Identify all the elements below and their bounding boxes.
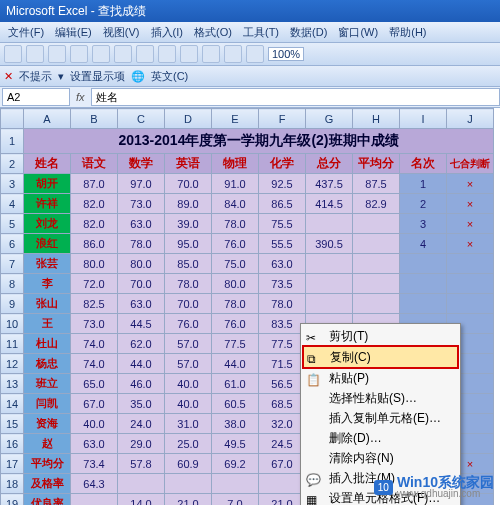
sort-desc-icon[interactable] xyxy=(224,45,242,63)
cell-name[interactable]: 胡开 xyxy=(24,174,71,194)
menu-file[interactable]: 文件(F) xyxy=(8,26,44,38)
cell[interactable]: 97.0 xyxy=(118,174,165,194)
col-F[interactable]: F xyxy=(259,109,306,129)
cell[interactable]: 72.0 xyxy=(71,274,118,294)
cell[interactable]: 70.0 xyxy=(165,294,212,314)
col-G[interactable]: G xyxy=(306,109,353,129)
menu-tools[interactable]: 工具(T) xyxy=(243,26,279,38)
cell-judge[interactable]: × xyxy=(447,234,494,254)
cell[interactable]: 21.0 xyxy=(165,494,212,506)
cell[interactable]: 69.2 xyxy=(212,454,259,474)
cell[interactable]: 44.0 xyxy=(118,354,165,374)
cell[interactable] xyxy=(71,494,118,506)
cell[interactable]: 87.0 xyxy=(71,174,118,194)
row-5[interactable]: 5 xyxy=(1,214,24,234)
row-8[interactable]: 8 xyxy=(1,274,24,294)
cell[interactable]: 57.8 xyxy=(118,454,165,474)
cell[interactable]: 73.0 xyxy=(71,314,118,334)
cell[interactable]: 63.0 xyxy=(259,254,306,274)
cell[interactable]: 67.0 xyxy=(71,394,118,414)
cell[interactable]: 44.5 xyxy=(118,314,165,334)
fx-icon[interactable]: fx xyxy=(76,91,85,103)
setdisplay-label[interactable]: 设置显示项 xyxy=(70,69,125,84)
ctx-pastespecial[interactable]: 选择性粘贴(S)… xyxy=(303,388,458,408)
cell[interactable]: 67.0 xyxy=(259,454,306,474)
row-7[interactable]: 7 xyxy=(1,254,24,274)
cell-rank[interactable] xyxy=(400,274,447,294)
x-icon[interactable]: ✕ xyxy=(4,70,13,83)
cell-name[interactable]: 刘龙 xyxy=(24,214,71,234)
col-E[interactable]: E xyxy=(212,109,259,129)
cell-name[interactable]: 李 xyxy=(24,274,71,294)
cell[interactable]: 32.0 xyxy=(259,414,306,434)
cell[interactable]: 44.0 xyxy=(212,354,259,374)
hdr-total[interactable]: 总分 xyxy=(306,154,353,174)
summary-label[interactable]: 及格率 xyxy=(24,474,71,494)
cell[interactable]: 14.0 xyxy=(118,494,165,506)
hdr-avg[interactable]: 平均分 xyxy=(353,154,400,174)
save-icon[interactable] xyxy=(48,45,66,63)
cell[interactable] xyxy=(259,474,306,494)
cell-judge[interactable]: × xyxy=(447,214,494,234)
cell-name[interactable]: 张芸 xyxy=(24,254,71,274)
cell[interactable] xyxy=(165,474,212,494)
row-13[interactable]: 13 xyxy=(1,374,24,394)
cell[interactable]: 64.3 xyxy=(71,474,118,494)
hdr-math[interactable]: 数学 xyxy=(118,154,165,174)
cell[interactable]: 78.0 xyxy=(165,274,212,294)
cell-name[interactable]: 浪红 xyxy=(24,234,71,254)
ctx-clear[interactable]: 清除内容(N) xyxy=(303,448,458,468)
cell[interactable] xyxy=(306,214,353,234)
cell[interactable]: 78.0 xyxy=(212,214,259,234)
cell[interactable]: 76.0 xyxy=(212,314,259,334)
row-2[interactable]: 2 xyxy=(1,154,24,174)
hdr-chem[interactable]: 化学 xyxy=(259,154,306,174)
cell-judge[interactable]: × xyxy=(447,194,494,214)
cell-judge[interactable] xyxy=(447,254,494,274)
ctx-delete[interactable]: 删除(D)… xyxy=(303,428,458,448)
english-label[interactable]: 英文(C) xyxy=(151,69,188,84)
row-17[interactable]: 17 xyxy=(1,454,24,474)
ctx-paste[interactable]: 📋粘贴(P) xyxy=(303,368,458,388)
cell[interactable] xyxy=(118,474,165,494)
cell[interactable]: 29.0 xyxy=(118,434,165,454)
hdr-name[interactable]: 姓名 xyxy=(24,154,71,174)
col-D[interactable]: D xyxy=(165,109,212,129)
cell[interactable]: 76.0 xyxy=(212,234,259,254)
cell[interactable]: 414.5 xyxy=(306,194,353,214)
menu-view[interactable]: 视图(V) xyxy=(103,26,140,38)
menu-insert[interactable]: 插入(I) xyxy=(151,26,183,38)
summary-label[interactable]: 优良率 xyxy=(24,494,71,506)
cell-name[interactable]: 杨忠 xyxy=(24,354,71,374)
col-A[interactable]: A xyxy=(24,109,71,129)
cell[interactable]: 40.0 xyxy=(165,394,212,414)
cell[interactable]: 39.0 xyxy=(165,214,212,234)
select-all[interactable] xyxy=(1,109,24,129)
cell-name[interactable]: 杜山 xyxy=(24,334,71,354)
cell[interactable]: 73.0 xyxy=(118,194,165,214)
cell[interactable]: 85.0 xyxy=(165,254,212,274)
undo-icon[interactable] xyxy=(158,45,176,63)
cell[interactable] xyxy=(212,474,259,494)
cell[interactable]: 38.0 xyxy=(212,414,259,434)
formula-input[interactable]: 姓名 xyxy=(91,88,500,106)
row-19[interactable]: 19 xyxy=(1,494,24,506)
cell[interactable]: 74.0 xyxy=(71,354,118,374)
cell[interactable] xyxy=(353,254,400,274)
open-icon[interactable] xyxy=(26,45,44,63)
cell-rank[interactable]: 4 xyxy=(400,234,447,254)
cell[interactable] xyxy=(353,274,400,294)
chevron-down-icon[interactable]: ▾ xyxy=(58,70,64,83)
cell[interactable] xyxy=(306,254,353,274)
row-4[interactable]: 4 xyxy=(1,194,24,214)
cell[interactable]: 60.9 xyxy=(165,454,212,474)
col-C[interactable]: C xyxy=(118,109,165,129)
cell[interactable]: 78.0 xyxy=(259,294,306,314)
cell[interactable]: 78.0 xyxy=(212,294,259,314)
row-3[interactable]: 3 xyxy=(1,174,24,194)
sheet-title[interactable]: 2013-2014年度第一学期九年级(2)班期中成绩 xyxy=(24,129,494,154)
menu-window[interactable]: 窗口(W) xyxy=(338,26,378,38)
cell[interactable]: 24.0 xyxy=(118,414,165,434)
row-11[interactable]: 11 xyxy=(1,334,24,354)
cell[interactable]: 60.5 xyxy=(212,394,259,414)
